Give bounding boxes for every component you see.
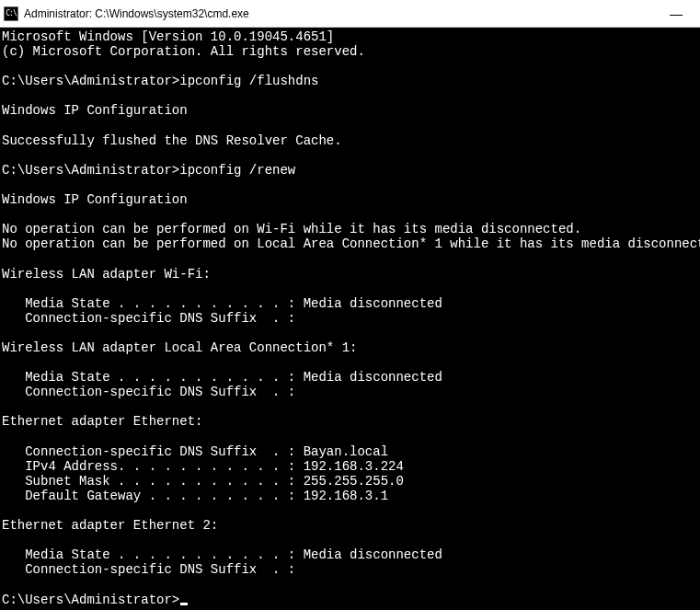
adapter-wifi-dns-suffix: Connection-specific DNS Suffix . : — [2, 311, 295, 326]
adapter-ethernet-subnet: Subnet Mask . . . . . . . . . . . : 255.… — [2, 474, 404, 489]
ip-config-header: Windows IP Configuration — [2, 103, 188, 118]
os-version-line: Microsoft Windows [Version 10.0.19045.46… — [2, 29, 334, 44]
adapter-ethernet-ipv4: IPv4 Address. . . . . . . . . . . : 192.… — [2, 459, 404, 474]
adapter-wifi-media-state: Media State . . . . . . . . . . . : Medi… — [2, 296, 442, 311]
ip-config-header: Windows IP Configuration — [2, 192, 188, 207]
adapter-lac1-dns-suffix: Connection-specific DNS Suffix . : — [2, 385, 295, 399]
command-flushdns: ipconfig /flushdns — [179, 74, 318, 88]
no-op-lac1-message: No operation can be performed on Local A… — [2, 236, 700, 251]
window-title: Administrator: C:\Windows\system32\cmd.e… — [24, 7, 656, 20]
adapter-ethernet2-media-state: Media State . . . . . . . . . . . : Medi… — [2, 547, 442, 562]
minimize-button[interactable]: — — [656, 1, 696, 27]
prompt-path: C:\Users\Administrator> — [2, 74, 179, 88]
prompt-path: C:\Users\Administrator> — [2, 163, 179, 178]
adapter-ethernet-gateway: Default Gateway . . . . . . . . . : 192.… — [2, 489, 388, 503]
adapter-lac1-header: Wireless LAN adapter Local Area Connecti… — [2, 340, 357, 355]
adapter-wifi-header: Wireless LAN adapter Wi-Fi: — [2, 267, 211, 282]
terminal-output[interactable]: Microsoft Windows [Version 10.0.19045.46… — [0, 28, 700, 610]
adapter-lac1-media-state: Media State . . . . . . . . . . . : Medi… — [2, 370, 442, 385]
adapter-ethernet2-header: Ethernet adapter Ethernet 2: — [2, 518, 218, 533]
no-op-wifi-message: No operation can be performed on Wi-Fi w… — [2, 222, 581, 236]
cmd-app-icon: C:\ — [4, 6, 18, 21]
adapter-ethernet-header: Ethernet adapter Ethernet: — [2, 414, 202, 429]
window-controls: — — [656, 1, 696, 27]
adapter-ethernet-dns-suffix: Connection-specific DNS Suffix . : Bayan… — [2, 444, 388, 459]
adapter-ethernet2-dns-suffix: Connection-specific DNS Suffix . : — [2, 562, 295, 577]
flush-success-message: Successfully flushed the DNS Resolver Ca… — [2, 133, 342, 148]
text-cursor — [180, 603, 188, 605]
prompt-path: C:\Users\Administrator> — [2, 593, 179, 607]
titlebar[interactable]: C:\ Administrator: C:\Windows\system32\c… — [0, 0, 700, 28]
os-copyright-line: (c) Microsoft Corporation. All rights re… — [2, 44, 365, 59]
command-renew: ipconfig /renew — [179, 163, 295, 178]
